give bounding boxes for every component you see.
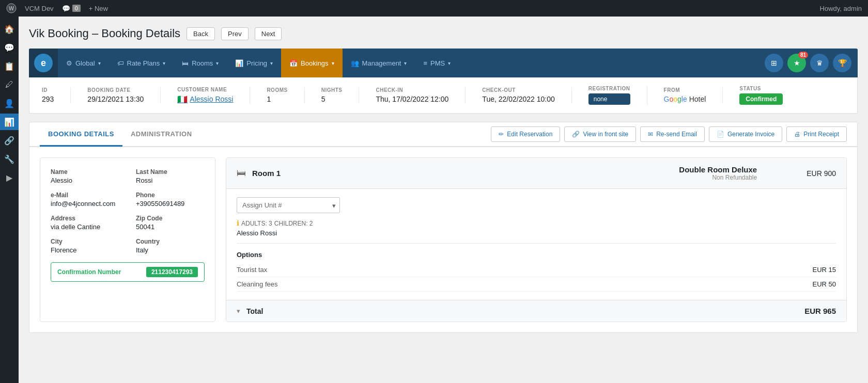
nav-management[interactable]: 👥 Management ▾ [343,49,415,77]
customer-flag: 🇮🇹 [177,94,188,104]
nav-pms[interactable]: ≡ PMS ▾ [415,49,459,77]
nav-global[interactable]: ⚙ Global ▾ [58,49,109,77]
pms-caret: ▾ [448,60,451,66]
nav-star-button[interactable]: ★ 81 [787,54,806,72]
rooms-cell: ROOMS 1 [267,87,304,103]
checkout-label: CHECK-OUT [482,87,554,93]
google-g2: g [677,95,681,103]
assign-unit-row: Assign Unit # ▾ [237,197,836,213]
checkout-cell: CHECK-OUT Tue, 22/02/2022 10:00 [482,87,571,103]
checkout-value: Tue, 22/02/2022 10:00 [482,95,554,103]
nav-bookings-label: Bookings [301,59,328,67]
zip-value: 50041 [136,223,205,231]
tab-administration[interactable]: ADMINISTRATION [122,123,200,147]
registration-label: REGISTRATION [588,86,630,91]
room-price: EUR 900 [807,169,836,178]
comment-icon[interactable]: 💬 0 [62,5,81,12]
pricing-caret: ▾ [270,60,273,66]
cleaning-fees-name: Cleaning fees [237,280,278,288]
option-cleaning-fees: Cleaning fees EUR 50 [237,277,836,292]
crown-icon: ♛ [816,59,823,67]
nav-trophy-button[interactable]: 🏆 [833,54,851,72]
nav-management-label: Management [362,59,401,67]
sidebar-users[interactable]: 👤 [0,95,19,111]
nav-pms-label: PMS [430,59,445,67]
checkin-value: Thu, 17/02/2022 12:00 [376,95,448,103]
option-tourist-tax: Tourist tax EUR 15 [237,263,836,277]
sidebar-pages[interactable]: 📋 [0,58,19,74]
wp-admin-bar: W VCM Dev 💬 0 + New Howdy, admin [0,0,868,17]
sidebar-analytics[interactable]: 📊 [0,114,19,130]
sidebar-comments[interactable]: 💬 [0,39,19,56]
nav-bookings[interactable]: 📅 Bookings ▾ [281,49,342,77]
wp-logo[interactable]: W [6,3,17,13]
wp-sidebar: 🏠 💬 📋 🖊 👤 📊 🔗 🔧 ▶ [0,17,19,383]
bookings-caret: ▾ [332,60,334,66]
svg-text:W: W [9,5,14,11]
confirmation-box: Confirmation Number 211230417293 [51,262,205,282]
total-label: Total [246,307,263,315]
admin-greeting: Howdy, admin [820,5,862,12]
nav-crown-button[interactable]: ♛ [810,54,829,72]
info-icon: ℹ [237,219,239,227]
main-content: Vik Booking – Booking Details Back Prev … [19,17,868,383]
sidebar-play[interactable]: ▶ [0,169,19,186]
bookings-icon: 📅 [289,59,298,67]
name-label: Name [51,168,119,175]
sidebar-edit[interactable]: 🖊 [0,76,19,93]
site-name[interactable]: VCM Dev [25,5,54,12]
back-button[interactable]: Back [187,27,215,40]
nav-rate-plans[interactable]: 🏷 Rate Plans ▾ [109,49,174,77]
sidebar-share[interactable]: 🔗 [0,132,19,149]
nav-rate-plans-label: Rate Plans [127,59,160,67]
zip-label: Zip Code [136,215,205,222]
print-receipt-label: Print Receipt [803,131,839,138]
new-content[interactable]: + New [89,5,108,12]
plugin-nav-menu: ⚙ Global ▾ 🏷 Rate Plans ▾ 🛏 Rooms ▾ 📊 Pr… [58,49,765,77]
guests-info: ℹ ADULTS: 3 CHILDREN: 2 [237,219,836,227]
customer-name-cell: CUSTOMER NAME 🇮🇹 Alessio Rossi [177,87,250,104]
city-label: City [51,238,119,245]
view-front-site-button[interactable]: 🔗 View in front site [564,126,636,142]
generate-invoice-button[interactable]: 📄 Generate Invoice [709,126,782,142]
nav-pricing-label: Pricing [246,59,267,67]
checkin-label: CHECK-IN [376,87,448,93]
email-icon: ✉ [648,131,653,138]
tabs-right: ✏ Edit Reservation 🔗 View in front site … [491,122,847,146]
nav-global-label: Global [75,59,95,67]
next-button[interactable]: Next [255,27,282,40]
edit-icon: ✏ [499,131,504,138]
booking-info-bar: ID 293 BOOKING DATE 29/12/2021 13:30 CUS… [29,77,858,114]
sidebar-tools[interactable]: 🔧 [0,151,19,167]
id-label: ID [42,87,54,93]
room-header: 🛏 Room 1 Double Room Deluxe Non Refundab… [226,158,846,189]
google-le: le [681,95,687,103]
customer-name-value[interactable]: 🇮🇹 Alessio Rossi [177,94,233,104]
generate-invoice-label: Generate Invoice [727,131,774,138]
notification-badge: 81 [798,52,808,58]
nav-rooms[interactable]: 🛏 Rooms ▾ [174,49,227,77]
registration-cell: REGISTRATION none [588,86,647,105]
customer-card: Name Alessio Last Name Rossi e-Mail info… [40,157,215,322]
nav-grid-button[interactable]: ⊞ [765,54,783,72]
assign-unit-select[interactable]: Assign Unit # [237,197,340,213]
detail-body: Name Alessio Last Name Rossi e-Mail info… [29,147,857,332]
external-link-icon: 🔗 [572,131,580,138]
tab-booking-details[interactable]: BOOKING DETAILS [40,123,122,147]
invoice-icon: 📄 [717,131,724,138]
id-value: 293 [42,95,54,103]
bed-icon: 🛏 [237,168,246,179]
confirmation-number: 211230417293 [146,267,198,277]
edit-reservation-button[interactable]: ✏ Edit Reservation [491,126,560,142]
global-icon: ⚙ [66,59,72,67]
nav-pricing[interactable]: 📊 Pricing ▾ [227,49,281,77]
options-label: Options [237,251,262,259]
edit-reservation-label: Edit Reservation [507,131,552,138]
phone-label: Phone [136,191,205,199]
plugin-logo[interactable]: e [29,49,58,77]
print-receipt-button[interactable]: 🖨 Print Receipt [786,126,847,142]
prev-button[interactable]: Prev [221,27,249,40]
resend-email-button[interactable]: ✉ Re-send Email [640,126,705,142]
chevron-toggle-icon[interactable]: ▾ [237,307,240,315]
sidebar-home[interactable]: 🏠 [0,21,19,37]
